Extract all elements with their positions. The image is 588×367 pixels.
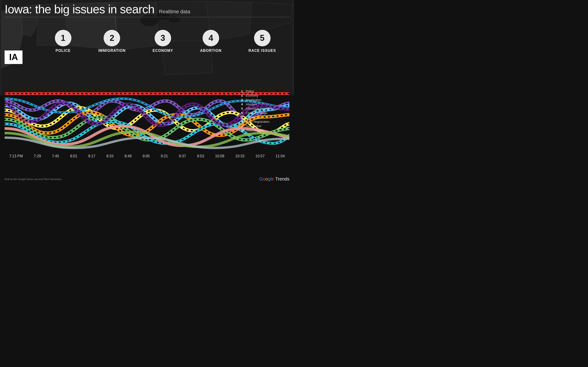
footer: Built by the Google News Lab and Pitch I… (5, 176, 289, 182)
legend-item-4: 4Abortion (241, 102, 289, 106)
timeline-label: 9:37 (179, 154, 186, 158)
timeline-label: 7:29 (34, 154, 41, 158)
timeline: 7:13 PM7:297:458:018:178:338:499:059:219… (9, 154, 285, 158)
rank-circle-4: 4 (203, 30, 219, 46)
timeline-label: 8:01 (70, 154, 77, 158)
legend-item-8: 8Voter Registration (241, 120, 289, 123)
legend-item-9: 9Gun control (241, 124, 289, 128)
timeline-label: 10:09 (215, 154, 224, 158)
timeline-label: 9:53 (197, 154, 204, 158)
rank-item-3: 3 ECONOMY (153, 30, 173, 53)
rank-item-5: 5 RACE ISSUES (249, 30, 276, 53)
rank-item-1: 1 POLICE (55, 30, 71, 53)
rank-label-2: IMMIGRATION (98, 49, 126, 53)
header: Iowa: the big issues in search Realtime … (5, 2, 289, 17)
legend-item-6: 6Climate Change (241, 111, 289, 115)
legend-item-1: 1Police (241, 90, 289, 93)
subtitle: Realtime data (159, 9, 190, 15)
chart-area: 1Police2Economy3Immigration4Abortion5Aff… (5, 90, 289, 149)
rankings: 1 POLICE 2 IMMIGRATION 3 ECONOMY 4 ABORT… (41, 30, 289, 53)
rank-label-3: ECONOMY (153, 49, 173, 53)
main-title: Iowa: the big issues in search (5, 2, 154, 16)
timeline-label: 10:57 (255, 154, 265, 158)
state-label: IA (5, 50, 23, 64)
timeline-label: 8:33 (106, 154, 113, 158)
legend: 1Police2Economy3Immigration4Abortion5Aff… (241, 90, 289, 132)
legend-item-3: 3Immigration (241, 98, 289, 102)
timeline-label: 8:49 (124, 154, 132, 158)
legend-item-2: 2Economy (241, 94, 289, 97)
legend-item-5: 5Affordable Care Act (241, 107, 289, 110)
rank-label-4: ABORTION (200, 49, 221, 53)
rank-circle-3: 3 (155, 30, 171, 46)
timeline-label: 9:05 (143, 154, 150, 158)
legend-item-7: 7Race issues (241, 116, 289, 119)
title-line: Iowa: the big issues in search Realtime … (5, 2, 289, 16)
timeline-label: 8:17 (88, 154, 95, 158)
rank-circle-2: 2 (104, 30, 120, 46)
legend-item-10: 10National debt (241, 129, 289, 132)
timeline-label: 10:33 (235, 154, 244, 158)
rank-circle-5: 5 (254, 30, 271, 46)
rank-circle-1: 1 (55, 30, 71, 46)
timeline-label: 7:13 PM (9, 154, 23, 158)
rank-label-1: POLICE (56, 49, 71, 53)
timeline-label: 7:45 (52, 154, 59, 158)
timeline-label: 11:04 (276, 154, 285, 158)
rank-item-2: 2 IMMIGRATION (98, 30, 126, 53)
rank-label-5: RACE ISSUES (249, 49, 276, 53)
title-divider (5, 17, 289, 17)
rank-item-4: 4 ABORTION (200, 30, 221, 53)
chart-container: 1Police2Economy3Immigration4Abortion5Aff… (5, 90, 289, 167)
footer-credit: Built by the Google News Lab and Pitch I… (5, 178, 61, 181)
timeline-label: 9:21 (161, 154, 168, 158)
google-trends-logo: Google Trends (259, 176, 289, 182)
